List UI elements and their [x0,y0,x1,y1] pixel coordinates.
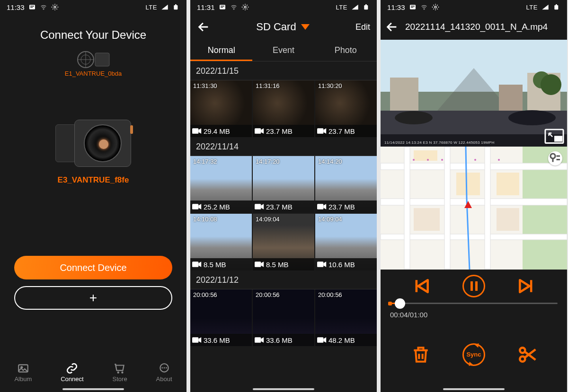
next-button[interactable] [516,276,537,296]
svg-point-68 [550,154,555,158]
thumbnail-grid: 20:00:5633.6 MB20:00:5633.6 MB20:00:5648… [190,289,377,346]
fullscreen-icon[interactable] [544,129,564,144]
connect-device-button[interactable]: Connect Device [14,256,172,279]
video-thumbnail[interactable]: 14:17:3225.2 MB [190,156,252,213]
date-header: 2022/11/12 [190,270,377,289]
header: SD Card Edit [190,14,377,40]
video-thumbnail[interactable]: 11:31:3029.4 MB [190,80,252,137]
date-header: 2022/11/14 [190,137,377,156]
map-mode-button[interactable] [548,151,562,166]
back-button[interactable] [197,20,210,34]
playback-time: 00:04/01:00 [390,311,558,319]
video-thumbnail[interactable]: 11:31:1623.7 MB [253,80,314,137]
home-indicator[interactable] [62,388,124,390]
gear-icon [432,3,439,11]
svg-rect-26 [317,261,323,267]
svg-rect-18 [192,128,198,134]
home-indicator[interactable] [443,388,505,390]
tab-photo[interactable]: Photo [315,40,377,61]
gear-icon [241,3,249,11]
svg-rect-29 [317,337,323,343]
back-button[interactable] [385,20,399,34]
video-thumbnail[interactable]: 14:17:2023.7 MB [253,156,314,213]
video-overlay-text: 11/14/2022 14:13:24 E3 N 37.768870 W 122… [384,140,495,145]
signal-icon [541,3,549,11]
svg-rect-55 [444,147,450,270]
video-thumbnail[interactable]: 14:09:048.5 MB [253,214,314,270]
device-option-large[interactable]: E3_VANTRUE_f8fe [0,120,186,185]
video-list[interactable]: 2022/11/1511:31:3029.4 MB11:31:1623.7 MB… [190,61,377,392]
status-time: 11:33 [7,3,25,11]
speech-icon [158,362,170,375]
svg-rect-34 [556,4,557,5]
filesize-label: 23.7 MB [253,200,314,213]
timestamp-label: 11:30:20 [318,82,342,89]
tab-store[interactable]: Store [113,362,127,383]
svg-rect-54 [404,147,410,270]
timestamp-label: 14:09:04 [318,216,342,223]
video-thumbnail[interactable]: 14:14:2023.7 MB [315,156,377,213]
video-thumbnail[interactable]: 20:00:5633.6 MB [190,289,252,346]
filesize-label: 10.6 MB [315,258,377,270]
svg-rect-59 [414,208,440,231]
svg-rect-3 [174,5,178,9]
edit-button[interactable]: Edit [355,22,370,32]
device-large-label: E3_VANTRUE_f8fe [0,175,186,185]
device-option-small[interactable]: E1_VANTRUE_0bda [0,49,186,77]
network-label: LTE [146,4,157,11]
svg-rect-61 [497,208,519,231]
video-thumbnail[interactable]: 11:30:2023.7 MB [315,80,377,137]
tab-normal[interactable]: Normal [190,40,252,61]
svg-point-65 [441,159,443,161]
tab-label: Album [14,375,32,383]
storage-dropdown[interactable]: SD Card [210,21,355,33]
seek-bar[interactable]: 00:04/01:00 [381,303,567,322]
tab-label: About [156,375,172,383]
timestamp-label: 14:14:20 [318,158,342,165]
filesize-label: 23.7 MB [315,125,377,137]
video-thumbnail[interactable]: 20:00:5648.2 MB [315,289,377,346]
timestamp-label: 20:00:56 [256,291,280,298]
tab-label: Connect [61,375,83,383]
timestamp-label: 14:17:32 [193,158,217,165]
battery-icon [363,3,370,11]
tab-connect[interactable]: Connect [61,362,83,383]
play-pause-button[interactable] [462,275,485,297]
signal-icon [161,3,169,11]
delete-button[interactable] [410,344,431,365]
tab-event[interactable]: Event [252,40,314,61]
network-label: LTE [336,4,347,11]
svg-rect-58 [456,173,480,195]
sync-button[interactable]: Sync [462,343,485,366]
previous-button[interactable] [410,276,431,296]
filesize-label: 29.4 MB [190,125,252,137]
svg-rect-27 [192,337,198,343]
video-thumbnail[interactable]: 20:00:5633.6 MB [253,289,314,346]
svg-rect-17 [365,4,367,5]
tab-about[interactable]: About [156,362,172,383]
gear-icon [51,3,59,11]
video-thumbnail[interactable]: 14:10:088.5 MB [190,214,252,270]
filesize-label: 8.5 MB [190,258,252,270]
tab-album[interactable]: Album [14,362,32,383]
video-player[interactable]: VANTRUE 11/14/2022 14:13:24 E3 N 37.7688… [381,40,567,147]
message-icon [219,3,226,11]
filter-tabs: Normal Event Photo [190,40,377,61]
filesize-label: 33.6 MB [253,334,314,346]
status-bar: 11:33 LTE [0,0,186,14]
playback-controls [381,270,567,303]
wifi-question-icon [40,3,47,11]
home-indicator[interactable] [253,388,314,390]
seek-thumb[interactable] [395,298,405,309]
svg-rect-4 [175,4,177,5]
clip-button[interactable] [516,344,537,365]
svg-rect-48 [554,136,562,141]
add-button[interactable]: + [14,286,172,310]
svg-point-66 [474,159,476,161]
message-icon [28,3,36,11]
video-thumbnail[interactable]: 14:09:0410.6 MB [315,214,377,270]
gps-map[interactable] [381,147,567,270]
link-icon [66,362,78,375]
svg-point-43 [508,110,556,125]
battery-icon [172,3,180,11]
